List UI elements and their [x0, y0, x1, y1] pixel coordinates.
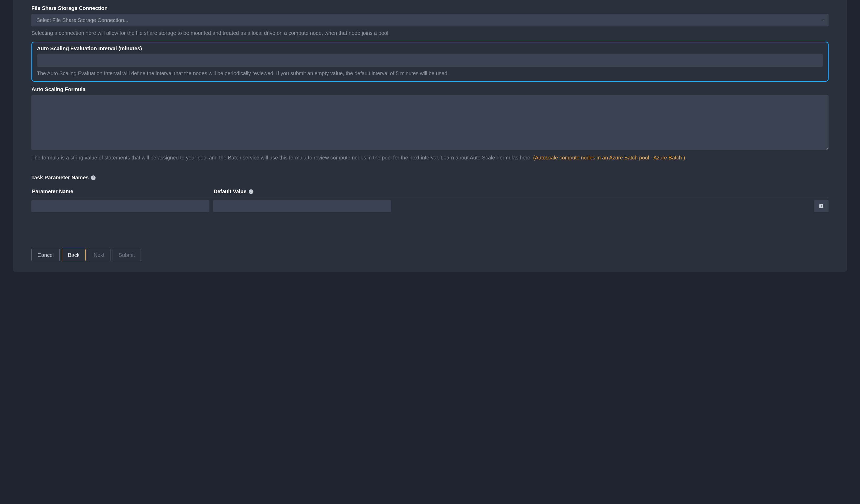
- file-share-field-group: File Share Storage Connection Select Fil…: [31, 5, 829, 37]
- auto-scale-interval-highlight: Auto Scaling Evaluation Interval (minute…: [31, 42, 829, 82]
- auto-scale-formula-help-link[interactable]: (Autoscale compute nodes in an Azure Bat…: [533, 155, 685, 160]
- auto-scale-formula-help: The formula is a string value of stateme…: [31, 154, 829, 161]
- auto-scale-formula-textarea[interactable]: [31, 95, 829, 150]
- next-button[interactable]: Next: [88, 249, 111, 261]
- file-share-select[interactable]: Select File Share Storage Connection...: [31, 14, 829, 26]
- auto-scale-interval-input[interactable]: [37, 54, 823, 67]
- auto-scale-interval-label: Auto Scaling Evaluation Interval (minute…: [37, 46, 823, 52]
- cancel-button[interactable]: Cancel: [31, 249, 60, 261]
- task-params-table: Parameter Name Default Value i: [31, 188, 829, 212]
- task-params-header-default: Default Value: [214, 188, 247, 195]
- task-params-header-name: Parameter Name: [32, 188, 73, 194]
- back-button[interactable]: Back: [62, 249, 85, 261]
- param-name-input[interactable]: [31, 200, 210, 212]
- add-row-button[interactable]: [814, 200, 829, 212]
- wizard-button-row: Cancel Back Next Submit: [31, 249, 829, 261]
- task-params-section-header: Task Parameter Names i: [31, 175, 829, 181]
- table-row: [31, 197, 829, 212]
- form-container: File Share Storage Connection Select Fil…: [13, 0, 847, 272]
- info-icon[interactable]: i: [249, 189, 254, 194]
- file-share-help: Selecting a connection here will allow f…: [31, 29, 829, 37]
- task-params-section-label: Task Parameter Names: [31, 175, 89, 181]
- auto-scale-interval-group: Auto Scaling Evaluation Interval (minute…: [37, 46, 823, 77]
- task-params-header-row: Parameter Name Default Value i: [31, 188, 829, 195]
- auto-scale-formula-help-prefix: The formula is a string value of stateme…: [31, 155, 533, 160]
- param-default-input[interactable]: [213, 200, 391, 212]
- auto-scale-formula-help-suffix: .: [685, 155, 687, 160]
- submit-button[interactable]: Submit: [113, 249, 141, 261]
- info-icon[interactable]: i: [91, 175, 96, 180]
- file-share-label: File Share Storage Connection: [31, 5, 829, 11]
- auto-scale-interval-help: The Auto Scaling Evaluation Interval wil…: [37, 69, 823, 77]
- auto-scale-formula-label: Auto Scaling Formula: [31, 86, 829, 92]
- auto-scale-formula-group: Auto Scaling Formula The formula is a st…: [31, 86, 829, 161]
- plus-square-icon: [819, 203, 824, 209]
